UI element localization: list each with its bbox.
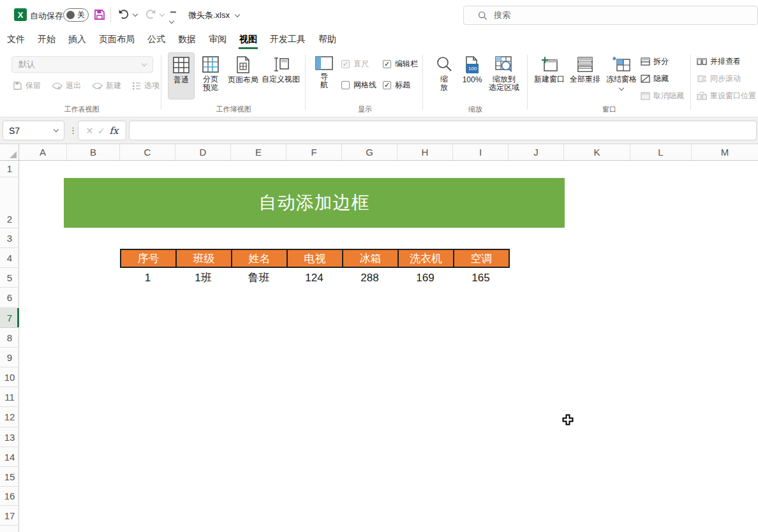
row-header-14[interactable]: 14 bbox=[0, 447, 19, 467]
freeze-panes-button[interactable]: * 冻结窗格 bbox=[605, 52, 638, 107]
view-side-by-side-button[interactable]: 并排查看 bbox=[697, 56, 756, 67]
checkbox-checked-icon: ✓ bbox=[383, 81, 391, 89]
row-header-13[interactable]: 13 bbox=[0, 427, 19, 447]
row-header-10[interactable]: 10 bbox=[0, 367, 19, 387]
document-title[interactable]: 微头条.xlsx bbox=[188, 10, 239, 21]
table-data-cell[interactable]: 124 bbox=[286, 268, 342, 288]
new-view-button: 新建 bbox=[92, 80, 121, 91]
arrange-all-button[interactable]: 全部重排 bbox=[567, 52, 604, 100]
column-header-c[interactable]: C bbox=[120, 144, 175, 160]
headings-checkbox[interactable]: ✓ 标题 bbox=[383, 80, 410, 91]
group-zoom: 缩放 100 100% 缩放到选定区域 缩放 bbox=[427, 50, 523, 117]
table-data-cell[interactable]: 169 bbox=[398, 268, 453, 288]
table-header-cell[interactable]: 序号 bbox=[121, 250, 175, 267]
table-header-cell[interactable]: 班级 bbox=[175, 250, 231, 267]
table-header-cell[interactable]: 姓名 bbox=[231, 250, 286, 267]
column-header-i[interactable]: I bbox=[453, 144, 509, 160]
name-box[interactable]: S7 bbox=[3, 121, 64, 140]
row-header-17[interactable]: 17 bbox=[0, 506, 19, 526]
zoom-button[interactable]: 缩放 bbox=[433, 52, 456, 107]
column-header-e[interactable]: E bbox=[231, 144, 286, 160]
zoom-selection-icon bbox=[495, 56, 513, 73]
column-header-l[interactable]: L bbox=[630, 144, 692, 160]
tab-home[interactable]: 开始 bbox=[37, 31, 56, 49]
tab-view[interactable]: 视图 bbox=[239, 31, 258, 49]
custom-views-button[interactable]: 自定义视图 bbox=[262, 52, 300, 100]
table-data-cell[interactable]: 1 bbox=[120, 268, 175, 288]
new-window-icon bbox=[540, 56, 558, 73]
row-header-2[interactable]: 2 bbox=[0, 177, 19, 228]
table-header-cell[interactable]: 电视 bbox=[286, 250, 342, 267]
formula-bar-checkbox[interactable]: ✓ 编辑栏 bbox=[383, 59, 418, 70]
gridlines-checkbox[interactable]: 网格线 bbox=[341, 80, 376, 91]
table-header-cell[interactable]: 洗衣机 bbox=[398, 250, 453, 267]
eye-plus-icon bbox=[92, 82, 103, 90]
zoom-100-button[interactable]: 100 100% bbox=[458, 52, 486, 100]
drag-handle-icon[interactable]: ⋮ bbox=[69, 126, 77, 135]
customize-qat-button[interactable] bbox=[170, 11, 176, 26]
group-label: 显示 bbox=[310, 105, 420, 114]
tab-file[interactable]: 文件 bbox=[6, 31, 26, 49]
row-header-9[interactable]: 9 bbox=[0, 348, 19, 367]
tab-formulas[interactable]: 公式 bbox=[147, 31, 166, 49]
column-header-m[interactable]: M bbox=[692, 144, 758, 160]
normal-view-button[interactable]: 普通 bbox=[168, 52, 195, 100]
table-header-cell[interactable]: 空调 bbox=[453, 250, 509, 267]
insert-function-button[interactable]: fx bbox=[110, 125, 119, 137]
table-data-cell[interactable]: 鲁班 bbox=[231, 268, 286, 288]
table-header-cell[interactable]: 冰箱 bbox=[342, 250, 398, 267]
search-input[interactable]: 搜索 bbox=[463, 6, 758, 25]
column-header-d[interactable]: D bbox=[175, 144, 231, 160]
hide-button[interactable]: 隐藏 bbox=[641, 73, 684, 84]
page-layout-button[interactable]: 页面布局 bbox=[225, 52, 261, 100]
row-header-4[interactable]: 4 bbox=[0, 248, 19, 268]
row-header-16[interactable]: 16 bbox=[0, 487, 19, 506]
table-data-cell[interactable]: 288 bbox=[342, 268, 398, 288]
title-banner[interactable]: 自动添加边框 bbox=[64, 178, 565, 228]
column-headers: A B C D E F G H I J K L M bbox=[0, 144, 758, 161]
tab-data[interactable]: 数据 bbox=[177, 31, 197, 49]
split-button[interactable]: 拆分 bbox=[641, 56, 684, 67]
tab-insert[interactable]: 插入 bbox=[68, 31, 87, 49]
custom-views-icon bbox=[272, 56, 290, 73]
row-header-8[interactable]: 8 bbox=[0, 328, 19, 348]
group-label: 窗口 bbox=[532, 105, 687, 114]
column-header-g[interactable]: G bbox=[342, 144, 398, 160]
save-button[interactable] bbox=[93, 8, 106, 21]
table-data-row[interactable]: 1 1班 鲁班 124 288 169 165 bbox=[120, 268, 509, 288]
sync-scroll-icon bbox=[697, 75, 707, 83]
row-header-15[interactable]: 15 bbox=[0, 467, 19, 487]
row-header-3[interactable]: 3 bbox=[0, 228, 19, 248]
undo-dropdown-icon[interactable] bbox=[133, 11, 138, 16]
row-header-1[interactable]: 1 bbox=[0, 161, 19, 177]
column-header-a[interactable]: A bbox=[19, 144, 67, 160]
select-all-button[interactable] bbox=[0, 144, 19, 160]
new-window-button[interactable]: 新建窗口 bbox=[533, 52, 565, 100]
row-header-7-selected[interactable]: 7 bbox=[0, 308, 19, 328]
tab-page-layout[interactable]: 页面布局 bbox=[98, 31, 135, 49]
zoom-to-selection-button[interactable]: 缩放到选定区域 bbox=[486, 52, 522, 107]
eye-x-icon bbox=[52, 82, 63, 90]
column-header-b[interactable]: B bbox=[67, 144, 120, 160]
navigation-button[interactable]: 导航 bbox=[313, 52, 336, 107]
row-header-5[interactable]: 5 bbox=[0, 268, 19, 288]
page-break-preview-button[interactable]: 分页预览 bbox=[197, 52, 225, 107]
tab-help[interactable]: 帮助 bbox=[318, 31, 337, 49]
column-header-j[interactable]: J bbox=[509, 144, 564, 160]
keep-view-button: 保留 bbox=[13, 80, 41, 91]
column-header-h[interactable]: H bbox=[398, 144, 453, 160]
tab-review[interactable]: 审阅 bbox=[208, 31, 227, 49]
redo-button bbox=[144, 8, 164, 21]
row-header-11[interactable]: 11 bbox=[0, 387, 19, 407]
table-header-row[interactable]: 序号 班级 姓名 电视 冰箱 洗衣机 空调 bbox=[120, 249, 510, 268]
row-header-12[interactable]: 12 bbox=[0, 407, 19, 427]
tab-developer[interactable]: 开发工具 bbox=[269, 31, 306, 49]
column-header-f[interactable]: F bbox=[286, 144, 342, 160]
autosave-toggle[interactable]: 关 bbox=[63, 8, 89, 22]
column-header-k[interactable]: K bbox=[564, 144, 630, 160]
table-data-cell[interactable]: 1班 bbox=[175, 268, 231, 288]
row-header-6[interactable]: 6 bbox=[0, 288, 19, 308]
table-data-cell[interactable]: 165 bbox=[453, 268, 509, 288]
undo-button[interactable] bbox=[117, 8, 137, 21]
formula-input[interactable] bbox=[129, 121, 757, 140]
